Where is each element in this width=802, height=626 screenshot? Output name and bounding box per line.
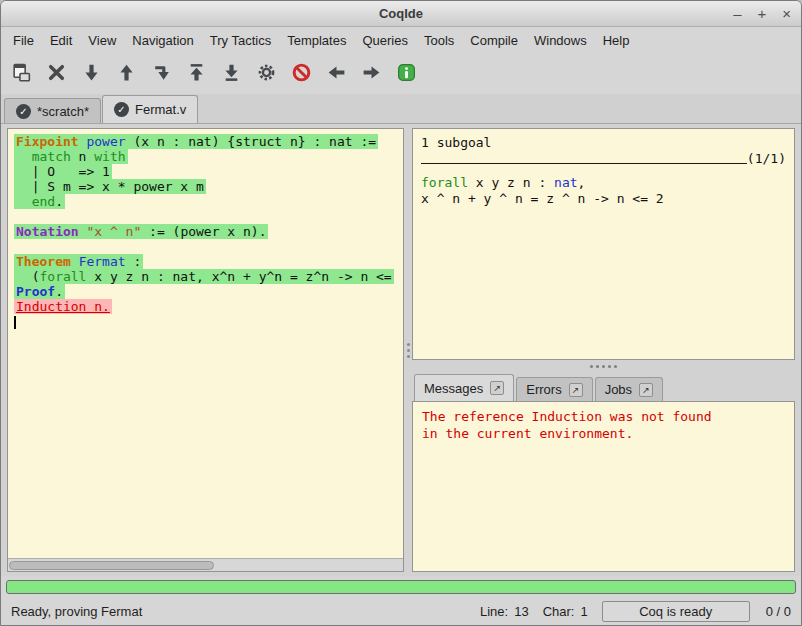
status-text: Ready, proving Fermat: [11, 604, 142, 619]
tab-scratch[interactable]: ✓*scratch*: [4, 98, 101, 123]
message-text: in the current environment.: [422, 425, 785, 442]
code-line: Notation "x ^ n" := (power x n).: [14, 224, 403, 239]
menu-tools[interactable]: Tools: [416, 29, 462, 52]
status-right: Line: 13 Char: 1 Coq is ready 0 / 0: [480, 601, 791, 622]
goal-line: x ^ n + y ^ n = z ^ n -> n <= 2: [421, 191, 786, 207]
code-line: | S m => x * power x m: [14, 179, 403, 194]
char-label: Char:: [543, 604, 575, 619]
go-to-end-button[interactable]: [219, 62, 243, 86]
feedback-panel: Messages↗Errors↗Jobs↗ The reference Indu…: [412, 372, 795, 572]
interrupt-button[interactable]: [289, 62, 313, 86]
menu-templates[interactable]: Templates: [279, 29, 354, 52]
maximize-button[interactable]: +: [757, 6, 766, 21]
close-buffer-icon: [46, 62, 67, 87]
menu-try-tactics[interactable]: Try Tactics: [202, 29, 279, 52]
tab-fermat-v[interactable]: ✓Fermat.v: [102, 95, 198, 123]
coq-status: Coq is ready: [602, 601, 750, 622]
tab-label: *scratch*: [37, 104, 89, 119]
close-button[interactable]: ×: [782, 6, 791, 21]
buffer-status-check-icon: ✓: [114, 102, 129, 117]
code-line: (forall x y z n : nat, x^n + y^n = z^n -…: [14, 269, 403, 284]
detach-icon[interactable]: ↗: [639, 383, 653, 397]
subgoal-count: 1 subgoal: [421, 135, 786, 151]
menu-file[interactable]: File: [5, 29, 42, 52]
goals-pane: 1 subgoal (1/1) forall x y z n : nat,x ^…: [412, 128, 795, 360]
restart-button[interactable]: [184, 62, 208, 86]
title-bar[interactable]: CoqIde – + ×: [1, 1, 801, 27]
goal-counter: (1/1): [747, 151, 786, 167]
code-line: end.: [14, 194, 403, 209]
coqide-window: CoqIde – + × FileEditViewNavigationTry T…: [0, 0, 802, 626]
tab-label: Jobs: [605, 382, 632, 397]
horizontal-splitter[interactable]: [412, 360, 795, 372]
interrupt-icon: [291, 62, 312, 87]
code-line: | O => 1: [14, 164, 403, 179]
detach-icon[interactable]: ↗: [569, 383, 583, 397]
goal-separator: (1/1): [421, 151, 786, 167]
about-button[interactable]: [394, 62, 418, 86]
forward-icon: [361, 62, 382, 87]
main-area: Fixpoint power (x n : nat) {struct n} : …: [1, 124, 801, 576]
minimize-button[interactable]: –: [733, 6, 741, 21]
tab-label: Messages: [424, 381, 483, 396]
message-text: The reference Induction was not found: [422, 408, 785, 425]
separator-line: [421, 163, 747, 164]
splitter-handle-icon: [602, 365, 605, 368]
menu-edit[interactable]: Edit: [42, 29, 80, 52]
progress-row: [1, 576, 801, 597]
code-line: [14, 209, 403, 224]
new-buffer-icon: [11, 62, 32, 87]
restart-icon: [186, 62, 207, 87]
script-editor[interactable]: Fixpoint power (x n : nat) {struct n} : …: [8, 129, 403, 558]
tab-jobs[interactable]: Jobs↗: [595, 377, 663, 401]
menu-help[interactable]: Help: [595, 29, 638, 52]
script-pane: Fixpoint power (x n : nat) {struct n} : …: [7, 128, 404, 572]
code-line: Fixpoint power (x n : nat) {struct n} : …: [14, 134, 403, 149]
vertical-splitter[interactable]: [404, 128, 412, 572]
go-to-cursor-icon: [151, 62, 172, 87]
code-line: Theorem Fermat :: [14, 254, 403, 269]
go-to-cursor-button[interactable]: [149, 62, 173, 86]
char-value: 1: [580, 604, 587, 619]
horizontal-scrollbar[interactable]: [8, 558, 403, 571]
menu-bar: FileEditViewNavigationTry TacticsTemplat…: [1, 27, 801, 54]
text-caret: [14, 316, 16, 329]
menu-navigation[interactable]: Navigation: [124, 29, 201, 52]
forward-button[interactable]: [359, 62, 383, 86]
tab-errors[interactable]: Errors↗: [516, 377, 592, 401]
new-buffer-button[interactable]: [9, 62, 33, 86]
close-buffer-button[interactable]: [44, 62, 68, 86]
jobs-count: 0 / 0: [766, 604, 791, 619]
tab-label: Fermat.v: [135, 102, 186, 117]
code-line: match n with: [14, 149, 403, 164]
code-line: Induction n.: [14, 299, 403, 314]
status-bar: Ready, proving Fermat Line: 13 Char: 1 C…: [1, 597, 801, 625]
goal-content: forall x y z n : nat,x ^ n + y ^ n = z ^…: [421, 175, 786, 207]
buffer-status-check-icon: ✓: [16, 104, 31, 119]
back-button[interactable]: [324, 62, 348, 86]
right-column: 1 subgoal (1/1) forall x y z n : nat,x ^…: [412, 128, 795, 572]
make-icon: [256, 62, 277, 87]
back-icon: [326, 62, 347, 87]
step-backward-icon: [116, 62, 137, 87]
step-forward-button[interactable]: [79, 62, 103, 86]
feedback-tab-bar: Messages↗Errors↗Jobs↗: [412, 372, 795, 401]
window-controls: – + ×: [733, 1, 791, 26]
tab-messages[interactable]: Messages↗: [414, 374, 514, 401]
menu-windows[interactable]: Windows: [526, 29, 595, 52]
detach-icon[interactable]: ↗: [490, 381, 504, 395]
toolbar: [1, 54, 801, 94]
goal-line: forall x y z n : nat,: [421, 175, 786, 191]
scrollbar-thumb[interactable]: [9, 561, 214, 570]
code-line: Proof.: [14, 284, 403, 299]
progress-bar: [6, 580, 796, 594]
make-button[interactable]: [254, 62, 278, 86]
editor-tab-bar: ✓*scratch*✓Fermat.v: [1, 94, 801, 124]
step-backward-button[interactable]: [114, 62, 138, 86]
splitter-handle-icon: [407, 349, 410, 352]
line-label: Line:: [480, 604, 508, 619]
menu-view[interactable]: View: [80, 29, 124, 52]
menu-queries[interactable]: Queries: [354, 29, 416, 52]
line-value: 13: [514, 604, 528, 619]
menu-compile[interactable]: Compile: [462, 29, 526, 52]
